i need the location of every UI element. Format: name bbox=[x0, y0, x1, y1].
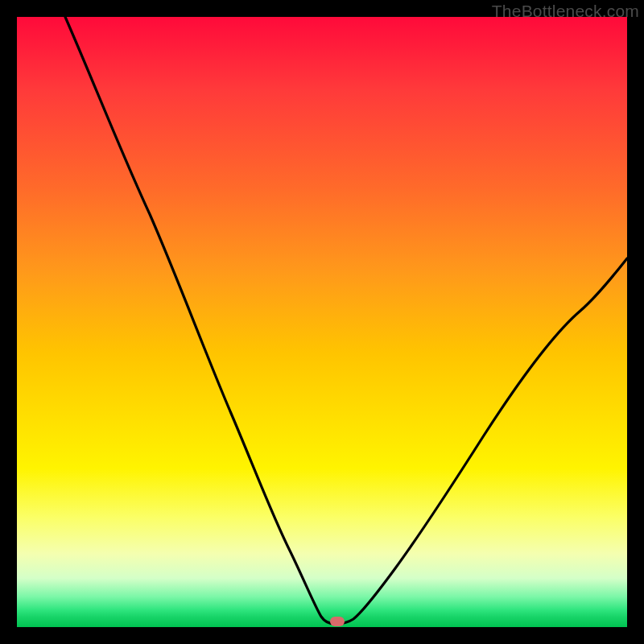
optimum-marker bbox=[330, 617, 345, 626]
bottleneck-curve bbox=[65, 17, 627, 624]
curve-layer bbox=[17, 17, 627, 627]
watermark-text: TheBottleneck.com bbox=[492, 2, 639, 21]
chart-frame: TheBottleneck.com bbox=[0, 0, 644, 644]
